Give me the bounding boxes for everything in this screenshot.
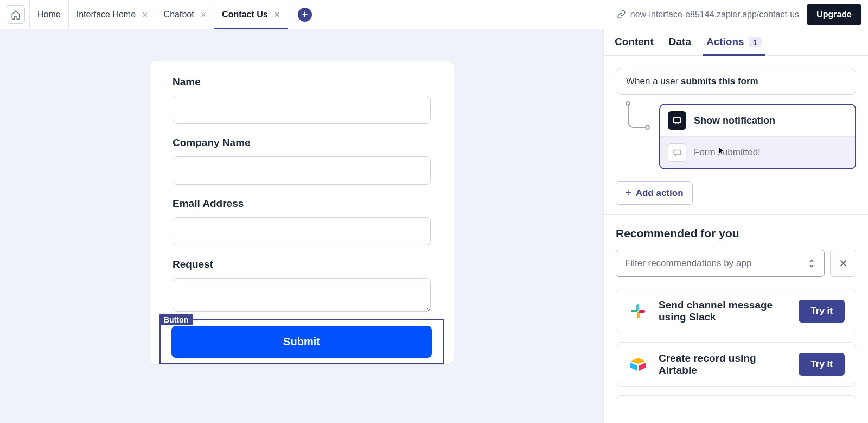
canvas-area: Name Company Name Email Address Request … xyxy=(0,29,603,423)
connector: Show notification Form submitted! xyxy=(616,104,856,169)
trigger-bold: submits this form xyxy=(681,76,758,86)
add-action-label: Add action xyxy=(636,188,684,199)
action-body-text: Form submitted! xyxy=(694,147,761,158)
close-icon[interactable]: × xyxy=(142,10,148,20)
panel-tab-data[interactable]: Data xyxy=(669,36,691,55)
panel-tab-label: Actions xyxy=(706,36,744,48)
svg-rect-5 xyxy=(639,310,645,313)
action-title: Show notification xyxy=(694,115,775,127)
main-area: Name Company Name Email Address Request … xyxy=(0,29,868,423)
upgrade-button[interactable]: Upgrade xyxy=(807,4,861,25)
link-icon xyxy=(617,10,626,19)
close-icon[interactable]: × xyxy=(275,10,280,20)
rec-card-partial xyxy=(616,395,856,400)
tab-interface-home[interactable]: Interface Home × xyxy=(69,0,156,29)
selection-tag: Button xyxy=(159,314,193,325)
notification-icon xyxy=(668,111,686,130)
submit-button[interactable]: Submit xyxy=(171,326,432,358)
filter-row: Filter recommendations by app ✕ xyxy=(616,250,856,277)
svg-rect-2 xyxy=(636,304,639,311)
topbar-right: new-interface-e85144.zapier.app/contact-… xyxy=(617,4,861,25)
close-icon[interactable]: × xyxy=(201,10,207,20)
try-it-button[interactable]: Try it xyxy=(799,353,845,376)
url-text: new-interface-e85144.zapier.app/contact-… xyxy=(630,10,799,20)
tab-label: Interface Home xyxy=(76,10,136,20)
panel-tab-actions[interactable]: Actions 1 xyxy=(706,36,762,55)
right-panel: Content Data Actions 1 When a user submi… xyxy=(603,29,868,423)
airtable-icon xyxy=(627,353,649,375)
rec-title: Create record using Airtable xyxy=(659,352,789,376)
field-label-request: Request xyxy=(173,258,431,270)
plus-icon: + xyxy=(302,9,308,20)
filter-select[interactable]: Filter recommendations by app xyxy=(616,250,825,277)
topbar: Home Interface Home × Chatbot × Contact … xyxy=(0,0,868,29)
plus-icon: + xyxy=(625,187,631,199)
actions-section: When a user submits this form Show notif… xyxy=(604,56,868,215)
field-label-company: Company Name xyxy=(173,137,431,149)
home-icon xyxy=(11,10,21,20)
trigger-prefix: When a user xyxy=(626,76,681,86)
company-input[interactable] xyxy=(173,156,431,185)
svg-rect-3 xyxy=(631,310,637,312)
add-action-button[interactable]: + Add action xyxy=(616,181,693,205)
connector-line xyxy=(628,104,647,128)
connector-dot-icon xyxy=(645,125,650,130)
action-body[interactable]: Form submitted! xyxy=(660,136,855,168)
name-input[interactable] xyxy=(173,96,431,124)
tab-label: Home xyxy=(37,10,61,20)
request-textarea[interactable] xyxy=(173,278,431,312)
svg-rect-1 xyxy=(674,150,681,155)
trigger-box[interactable]: When a user submits this form xyxy=(616,68,856,95)
tab-home[interactable]: Home xyxy=(29,0,69,29)
filter-clear-button[interactable]: ✕ xyxy=(830,250,856,277)
actions-count-badge: 1 xyxy=(749,37,762,47)
rec-card-slack[interactable]: Send channel message using Slack Try it xyxy=(616,289,856,333)
filter-placeholder: Filter recommendations by app xyxy=(625,258,751,269)
recommended-heading: Recommended for you xyxy=(616,227,856,240)
slack-icon xyxy=(627,300,649,322)
panel-tab-content[interactable]: Content xyxy=(615,36,654,55)
recommended-section: Recommended for you Filter recommendatio… xyxy=(604,215,868,420)
try-it-button[interactable]: Try it xyxy=(799,300,845,323)
field-label-email: Email Address xyxy=(173,198,431,210)
button-selection-frame[interactable]: Button Submit xyxy=(159,319,444,364)
action-card[interactable]: Show notification Form submitted! xyxy=(659,104,856,169)
tab-label: Contact Us xyxy=(222,10,267,20)
tabs-group: Home Interface Home × Chatbot × Contact … xyxy=(7,0,312,29)
tab-label: Chatbot xyxy=(164,10,194,20)
tab-chatbot[interactable]: Chatbot × xyxy=(156,0,215,29)
tab-contact-us[interactable]: Contact Us × xyxy=(214,0,288,29)
message-icon xyxy=(668,143,686,162)
chevron-updown-icon xyxy=(808,258,815,268)
url-display[interactable]: new-interface-e85144.zapier.app/contact-… xyxy=(617,10,799,20)
form-card[interactable]: Name Company Name Email Address Request … xyxy=(150,61,454,364)
rec-card-airtable[interactable]: Create record using Airtable Try it xyxy=(616,342,856,387)
field-label-name: Name xyxy=(173,76,431,88)
rec-title: Send channel message using Slack xyxy=(659,299,789,323)
email-input[interactable] xyxy=(173,217,431,245)
add-tab-button[interactable]: + xyxy=(298,8,312,22)
panel-tabs: Content Data Actions 1 xyxy=(604,29,868,56)
home-icon-button[interactable] xyxy=(7,5,25,24)
svg-rect-4 xyxy=(637,312,640,318)
action-head: Show notification xyxy=(660,105,855,136)
close-icon: ✕ xyxy=(839,257,848,270)
svg-rect-0 xyxy=(673,118,681,123)
